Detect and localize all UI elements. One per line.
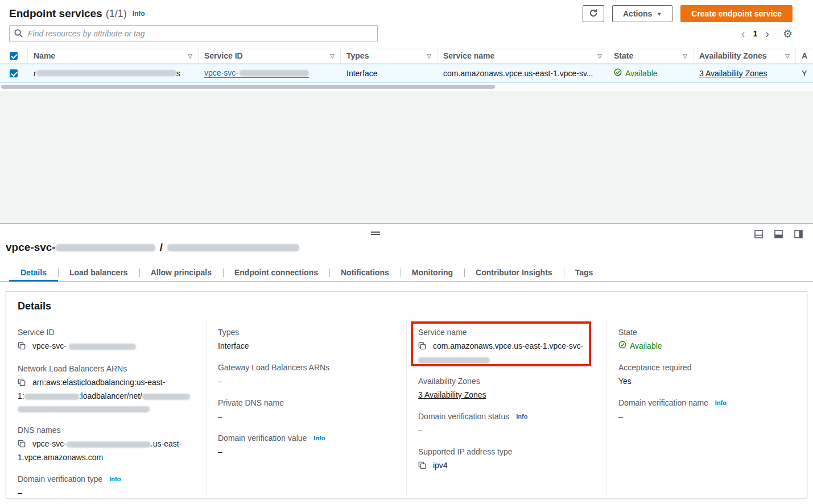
field-dns-names: DNS names vpce-svc-.us-east- 1.vpce.amaz… (18, 424, 195, 464)
split-panel-divider (0, 223, 813, 224)
field-domain-verification-status: Domain verification status Info – (418, 410, 595, 436)
split-panel-drag-handle[interactable] (370, 232, 381, 236)
column-header-acceptance[interactable]: A (795, 48, 813, 63)
field-service-id: Service ID vpce-svc- (18, 326, 195, 353)
filter-caret-icon[interactable]: ▽ (188, 53, 192, 59)
info-link[interactable]: Info (133, 10, 145, 18)
endpoint-services-page: Endpoint services (1/1) Info Actions ▼ C… (0, 0, 813, 504)
empty-area (0, 91, 813, 223)
preferences-gear-icon[interactable]: ⚙ (783, 27, 793, 40)
row-service-id-cell: vpce-svc- (198, 64, 340, 82)
tab-allow-principals[interactable]: Allow principals (139, 264, 223, 281)
search-box (9, 25, 378, 42)
panel-split-side-icon[interactable] (794, 230, 803, 240)
row-service-name-cell: com.amazonaws.vpce.us-east-1.vpce-sv... (437, 64, 608, 82)
page-title: Endpoint services (9, 7, 102, 20)
row-types-cell: Interface (340, 64, 437, 82)
tab-contributor-insights[interactable]: Contributor Insights (464, 264, 564, 281)
tab-load-balancers[interactable]: Load balancers (58, 264, 139, 281)
service-id-link[interactable]: vpce-svc- (204, 68, 309, 78)
field-domain-verification-value: Domain verification value Info – (218, 432, 395, 458)
tab-endpoint-connections[interactable]: Endpoint connections (223, 264, 329, 281)
scrollbar-thumb[interactable] (1, 85, 495, 89)
filter-caret-icon[interactable]: ▽ (427, 53, 431, 59)
copy-icon[interactable] (418, 341, 426, 353)
info-link[interactable]: Info (516, 413, 527, 420)
row-select-cell (0, 64, 27, 82)
field-glb-arns: Gateway Load Balancers ARNs – (218, 361, 395, 387)
field-domain-verification-name: Domain verification name Info – (618, 396, 795, 423)
pagination: ‹ 1 › ⚙ (741, 27, 793, 40)
redacted-text (418, 357, 490, 363)
copy-icon[interactable] (18, 377, 26, 390)
next-page-button[interactable]: › (765, 28, 769, 39)
column-header-service-name[interactable]: Service name ▽ (437, 48, 608, 63)
redacted-text (18, 406, 150, 412)
details-column-1: Service ID vpce-svc- Network Load Balanc… (6, 320, 206, 496)
current-page: 1 (753, 29, 757, 38)
details-grid: Service ID vpce-svc- Network Load Balanc… (6, 320, 807, 496)
details-card: Details Service ID vpce-svc- Network Loa… (6, 291, 807, 498)
tab-monitoring[interactable]: Monitoring (401, 264, 464, 281)
details-column-3: Service name com.amazonaws.vpce.us-east-… (406, 320, 606, 496)
panel-tabs: Details Load balancers Allow principals … (0, 264, 813, 282)
select-all-cell (0, 48, 27, 63)
redacted-text (142, 394, 190, 400)
details-column-4: State Available Acceptance required Yes (606, 320, 807, 496)
redacted-text (56, 244, 155, 251)
field-availability-zones: Availability Zones 3 Availability Zones (418, 375, 595, 401)
panel-split-bottom-icon[interactable] (774, 230, 783, 240)
row-checkbox[interactable] (10, 69, 18, 77)
resource-count: (1/1) (106, 8, 127, 20)
redacted-text (67, 441, 151, 448)
availability-zones-link[interactable]: 3 Availability Zones (699, 69, 767, 78)
redacted-text (24, 394, 79, 400)
redacted-text (167, 244, 299, 251)
filter-caret-icon[interactable]: ▽ (785, 53, 790, 59)
info-link[interactable]: Info (715, 399, 727, 406)
copy-icon[interactable] (18, 341, 26, 353)
search-input[interactable] (9, 25, 378, 42)
filter-caret-icon[interactable]: ▽ (330, 53, 335, 59)
previous-page-button[interactable]: ‹ (741, 28, 745, 39)
info-link[interactable]: Info (313, 435, 325, 441)
panel-bottom-icon[interactable] (754, 230, 763, 240)
filter-caret-icon[interactable]: ▽ (597, 53, 602, 59)
select-all-checkbox[interactable] (10, 52, 18, 60)
details-column-2: Types Interface Gateway Load Balancers A… (206, 320, 406, 496)
row-acceptance-cell: Y (795, 64, 813, 82)
tab-details[interactable]: Details (9, 264, 58, 281)
tab-notifications[interactable]: Notifications (329, 264, 401, 281)
field-acceptance-required: Acceptance required Yes (618, 361, 795, 387)
tab-tags[interactable]: Tags (564, 264, 605, 281)
info-link[interactable]: Info (109, 476, 121, 482)
column-header-types[interactable]: Types ▽ (340, 48, 437, 63)
chevron-down-icon: ▼ (657, 11, 662, 17)
actions-button[interactable]: Actions ▼ (612, 5, 672, 22)
field-types: Types Interface (218, 326, 395, 352)
column-header-name[interactable]: Name ▽ (27, 48, 198, 63)
panel-title: vpce-svc- / (6, 241, 299, 254)
refresh-button[interactable] (583, 5, 604, 22)
availability-zones-link[interactable]: 3 Availability Zones (418, 390, 486, 399)
column-header-service-id[interactable]: Service ID ▽ (198, 48, 340, 63)
search-icon (14, 29, 23, 39)
field-domain-verification-type: Domain verification type Info – (18, 473, 195, 496)
endpoint-services-table: Name ▽ Service ID ▽ Types ▽ Service name… (0, 48, 813, 82)
copy-icon[interactable] (418, 460, 426, 473)
create-endpoint-service-button[interactable]: Create endpoint service (680, 5, 793, 22)
refresh-icon (589, 9, 598, 19)
check-circle-icon (614, 68, 622, 78)
table-row[interactable]: r s vpce-svc- Interface com.amazonaws.vp… (0, 64, 813, 82)
status-badge: Available (614, 68, 658, 78)
redacted-text (36, 70, 176, 76)
field-service-name: Service name com.amazonaws.vpce.us-east-… (418, 326, 595, 366)
copy-icon[interactable] (18, 439, 26, 451)
check-circle-icon (618, 340, 626, 352)
field-nlb-arns: Network Load Balancers ARNs arn:aws:elas… (18, 362, 195, 415)
column-header-state[interactable]: State ▽ (608, 48, 693, 63)
filter-caret-icon[interactable]: ▽ (683, 53, 687, 59)
redacted-text (69, 344, 136, 350)
redacted-text (240, 70, 309, 76)
column-header-availability-zones[interactable]: Availability Zones ▽ (693, 48, 795, 63)
